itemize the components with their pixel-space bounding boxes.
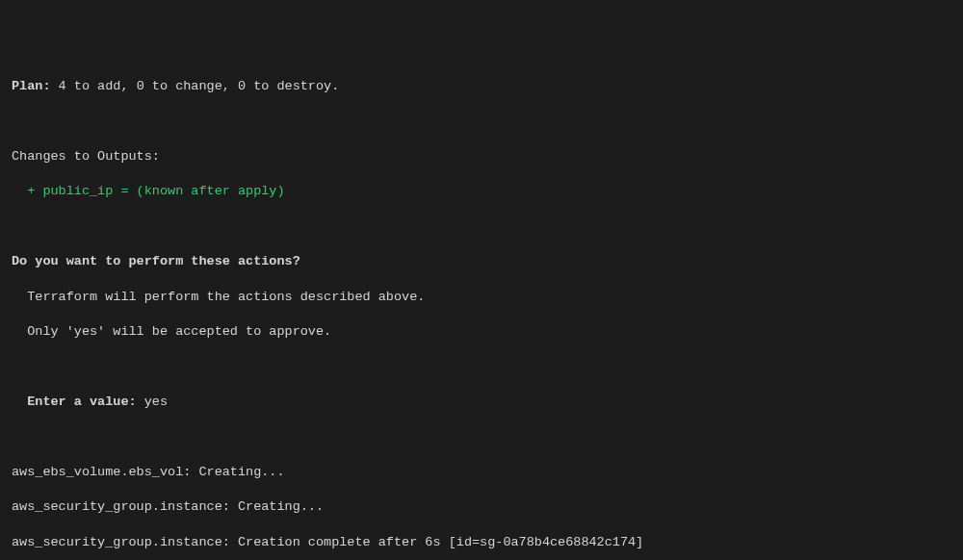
- blank: [12, 428, 951, 445]
- changes-header: Changes to Outputs:: [12, 148, 951, 165]
- enter-label: Enter a value:: [12, 395, 137, 409]
- enter-value-line: Enter a value: yes: [12, 394, 951, 411]
- changes-output-line: + public_ip = (known after apply): [12, 183, 951, 200]
- log-line: aws_ebs_volume.ebs_vol: Creating...: [12, 464, 951, 481]
- plan-label: Plan:: [12, 79, 51, 93]
- blank: [12, 358, 951, 375]
- enter-value[interactable]: yes: [137, 395, 168, 409]
- blank: [12, 218, 951, 236]
- log-line: aws_security_group.instance: Creating...: [12, 498, 951, 516]
- blank: [12, 113, 951, 130]
- confirm-question: Do you want to perform these actions?: [12, 253, 951, 270]
- plan-line: Plan: 4 to add, 0 to change, 0 to destro…: [12, 78, 951, 95]
- plan-summary: 4 to add, 0 to change, 0 to destroy.: [51, 79, 340, 93]
- log-line: aws_security_group.instance: Creation co…: [12, 534, 951, 551]
- plus-icon: +: [12, 184, 42, 198]
- changes-output-text: public_ip = (known after apply): [42, 184, 284, 198]
- confirm-line2: Only 'yes' will be accepted to approve.: [12, 323, 951, 341]
- confirm-line1: Terraform will perform the actions descr…: [12, 289, 951, 306]
